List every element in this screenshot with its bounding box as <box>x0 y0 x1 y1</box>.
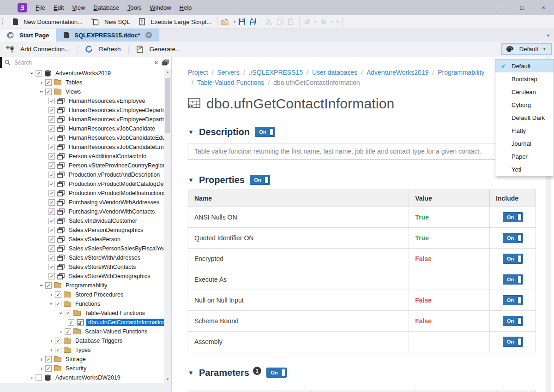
tree-item-sales-vsalespersonsalesbyfiscalyears[interactable]: ✓Sales.vSalesPersonSalesByFiscalYears <box>0 244 164 253</box>
tree-item-person-vstateprovincecountryregion[interactable]: ✓Person.vStateProvinceCountryRegion <box>0 161 164 170</box>
undo-button[interactable]: ↺ <box>301 17 313 27</box>
menu-file[interactable]: File <box>31 0 49 15</box>
checkbox[interactable]: ✓ <box>45 79 52 86</box>
collapse-icon[interactable]: › <box>38 89 45 95</box>
collapse-triangle-icon[interactable]: ▼ <box>188 177 194 184</box>
save-all-button[interactable] <box>248 17 260 27</box>
checkbox[interactable]: ✓ <box>65 310 71 316</box>
doc-toolbar-button-refresh[interactable]: Refresh <box>79 43 126 55</box>
theme-option-flatly[interactable]: Flatly <box>495 124 554 137</box>
checkbox[interactable]: ✓ <box>45 282 52 289</box>
tab-start-page[interactable]: Start Page <box>0 29 56 42</box>
collapse-icon[interactable]: › <box>48 301 54 307</box>
tree-item-production-vproductanddescription[interactable]: ✓Production.vProductAndDescription <box>0 170 164 179</box>
collapse-triangle-icon[interactable]: ▼ <box>188 129 194 136</box>
checkbox[interactable] <box>36 374 42 381</box>
checkbox[interactable]: ✓ <box>48 264 55 270</box>
expand-icon[interactable]: › <box>38 356 45 362</box>
breadcrumb-item-project[interactable]: Project <box>188 69 208 76</box>
description-section-header[interactable]: ▼ Description On <box>188 127 537 137</box>
parameters-include-toggle[interactable]: On <box>266 368 287 378</box>
tree-scrollbar-thumb[interactable] <box>165 78 170 133</box>
tree-item-views[interactable]: ›✓Views <box>0 87 164 96</box>
tree-item-dbo-ufngetcontactinformation[interactable]: ✓fxdbo.ufnGetContactInformation <box>0 318 164 327</box>
include-toggle[interactable]: On <box>503 316 523 326</box>
dropdown-caret-icon[interactable]: ▾ <box>329 20 335 24</box>
checkbox[interactable]: ✓ <box>48 125 55 132</box>
toolbar-button-new-sql[interactable]: *New SQL <box>87 17 134 27</box>
checkbox[interactable]: ✓ <box>48 144 55 150</box>
checkbox[interactable]: ✓ <box>48 135 55 141</box>
doc-toolbar-button-add-connection[interactable]: Add Connection... <box>0 43 75 55</box>
theme-selector-button[interactable]: Default ▾ <box>501 43 552 55</box>
checkbox[interactable]: ✓ <box>48 273 55 279</box>
include-toggle[interactable]: On <box>503 337 523 347</box>
tree-item-humanresources-vemployeedepartme[interactable]: ✓HumanResources.vEmployeeDepartme... <box>0 115 164 124</box>
theme-option-cyborg[interactable]: Cyborg <box>495 98 554 111</box>
theme-option-cerulean[interactable]: Cerulean <box>495 85 554 98</box>
tree-item-sales-vstorewithdemographics[interactable]: ✓Sales.vStoreWithDemographics <box>0 272 164 281</box>
theme-option-yeti[interactable]: Yeti <box>495 163 554 176</box>
include-toggle[interactable]: On <box>503 212 523 222</box>
tree-item-tables[interactable]: ›✓Tables <box>0 78 164 87</box>
tree-item-sales-vindividualcustomer[interactable]: ✓Sales.vIndividualCustomer <box>0 216 164 226</box>
properties-section-header[interactable]: ▼ Properties On <box>188 175 537 185</box>
tree-item-humanresources-vemployeedepartment[interactable]: ✓HumanResources.vEmployeeDepartment <box>0 106 164 115</box>
scroll-down-icon[interactable]: ▼ <box>164 376 171 383</box>
open-button[interactable] <box>220 17 232 27</box>
minimize-button[interactable]: – <box>490 0 512 15</box>
tree-item-database-triggers[interactable]: ›✓Database Triggers <box>0 336 164 345</box>
checkbox[interactable]: ✓ <box>55 291 61 298</box>
save-button[interactable] <box>237 17 248 26</box>
collapse-icon[interactable]: › <box>58 310 64 316</box>
tree-item-sales-vstorewithaddresses[interactable]: ✓Sales.vStoreWithAddresses <box>0 253 164 262</box>
expand-icon[interactable]: › <box>38 365 45 372</box>
tree-item-purchasing-vvendorwithcontacts[interactable]: ✓Purchasing.vVendorWithContacts <box>0 207 164 216</box>
checkbox[interactable]: ✓ <box>48 236 55 243</box>
tree-item-adventureworks2019[interactable]: ›✓AdventureWorks2019 <box>0 69 164 78</box>
tree-item-production-vproductmodelcatalogdescr[interactable]: ✓Production.vProductModelCatalogDescr... <box>0 179 164 189</box>
menu-tools[interactable]: Tools <box>123 0 145 15</box>
tree-item-sales-vstorewithcontacts[interactable]: ✓Sales.vStoreWithContacts <box>0 262 164 272</box>
maximize-button[interactable]: □ <box>512 0 533 15</box>
close-tab-icon[interactable]: × <box>145 32 152 38</box>
checkbox[interactable]: ✓ <box>48 98 55 104</box>
theme-option-bootstrap[interactable]: Bootstrap <box>495 72 554 85</box>
parameters-section-header[interactable]: ▼ Parameters 1 On <box>188 368 537 378</box>
tree-item-scalar-valued-functions[interactable]: ›✓Scalar-Valued Functions <box>0 327 164 336</box>
checkbox[interactable]: ✓ <box>55 301 61 307</box>
tree-item-table-valued-functions[interactable]: ›✓Table-Valued Functions <box>0 309 164 318</box>
redo-button[interactable]: ↻ <box>318 17 329 27</box>
checkbox[interactable]: ✓ <box>48 181 55 187</box>
tree-item-security[interactable]: ›✓Security <box>0 364 164 373</box>
tree-item-person-vadditionalcontactinfo[interactable]: ✓Person.vAdditionalContactInfo <box>0 152 164 161</box>
cut-button[interactable] <box>264 17 275 26</box>
checkbox[interactable]: ✓ <box>45 365 52 372</box>
tree-item-sales-vsalesperson[interactable]: ✓Sales.vSalesPerson <box>0 235 164 244</box>
tree-item-humanresources-vemployee[interactable]: ✓HumanResources.vEmployee <box>0 96 164 106</box>
menu-database[interactable]: Database <box>89 0 123 15</box>
tree-item-sales-vpersondemographics[interactable]: ✓Sales.vPersonDemographics <box>0 226 164 235</box>
tree-item-storage[interactable]: ›✓Storage <box>0 355 164 364</box>
theme-option-default[interactable]: ✓Default <box>495 59 554 72</box>
stacked-windows-icon[interactable] <box>161 59 171 65</box>
dropdown-caret-icon[interactable]: ▾ <box>232 20 237 24</box>
include-toggle[interactable]: On <box>503 295 523 305</box>
tree-item-production-vproductmodelinstructions[interactable]: ✓Production.vProductModelInstructions <box>0 189 164 198</box>
breadcrumb-item-user-databases[interactable]: User databases <box>312 69 357 76</box>
expand-icon[interactable]: › <box>29 374 35 381</box>
include-toggle[interactable]: On <box>503 274 523 285</box>
checkbox[interactable]: ✓ <box>36 70 42 77</box>
checkbox[interactable]: ✓ <box>65 328 71 335</box>
checkbox[interactable]: ✓ <box>68 319 74 326</box>
scroll-up-icon[interactable]: ▲ <box>164 69 171 76</box>
checkbox[interactable]: ✓ <box>48 227 55 233</box>
include-toggle[interactable]: On <box>503 233 523 243</box>
breadcrumb-item-programmability[interactable]: Programmability <box>438 69 484 76</box>
paste-button[interactable] <box>286 17 297 26</box>
collapse-icon[interactable]: › <box>29 70 35 77</box>
theme-option-paper[interactable]: Paper <box>495 150 554 163</box>
collapse-triangle-icon[interactable]: ▼ <box>188 369 194 376</box>
breadcrumb-item-adventureworks2019[interactable]: AdventureWorks2019 <box>367 69 428 76</box>
checkbox[interactable]: ✓ <box>48 245 55 252</box>
